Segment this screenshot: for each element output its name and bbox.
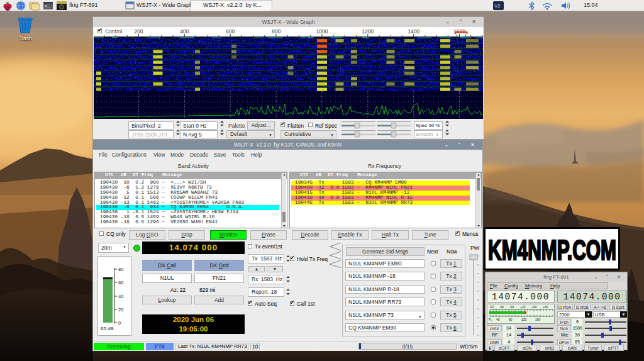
svg-text:0: 0 <box>118 320 121 326</box>
svg-text:40: 40 <box>118 294 123 299</box>
svg-text:1400: 1400 <box>408 28 419 35</box>
svg-text:20: 20 <box>118 307 123 313</box>
svg-text:>_: >_ <box>45 4 50 9</box>
svg-text:200: 200 <box>134 28 143 35</box>
svg-text:400: 400 <box>180 28 189 35</box>
svg-text:+40: +40 <box>531 305 537 309</box>
svg-text:1200: 1200 <box>362 28 374 35</box>
svg-text:P₀: P₀ <box>489 318 492 321</box>
svg-text:800: 800 <box>272 28 280 35</box>
svg-text:120: 120 <box>521 318 527 321</box>
svg-text:600: 600 <box>226 28 235 35</box>
svg-text:80: 80 <box>509 318 513 321</box>
svg-text:S6: S6 <box>500 305 504 309</box>
svg-text:160: 160 <box>535 318 541 321</box>
svg-text:60: 60 <box>118 280 123 286</box>
svg-text:+20: +20 <box>520 305 526 309</box>
svg-text:1000: 1000 <box>316 28 328 35</box>
svg-text:+60: +60 <box>543 305 548 309</box>
svg-text:80: 80 <box>118 267 123 272</box>
svg-text:40: 40 <box>496 318 500 321</box>
svg-text:V2: V2 <box>494 3 501 9</box>
svg-text:S9: S9 <box>510 305 514 309</box>
svg-text:S3: S3 <box>490 305 494 309</box>
